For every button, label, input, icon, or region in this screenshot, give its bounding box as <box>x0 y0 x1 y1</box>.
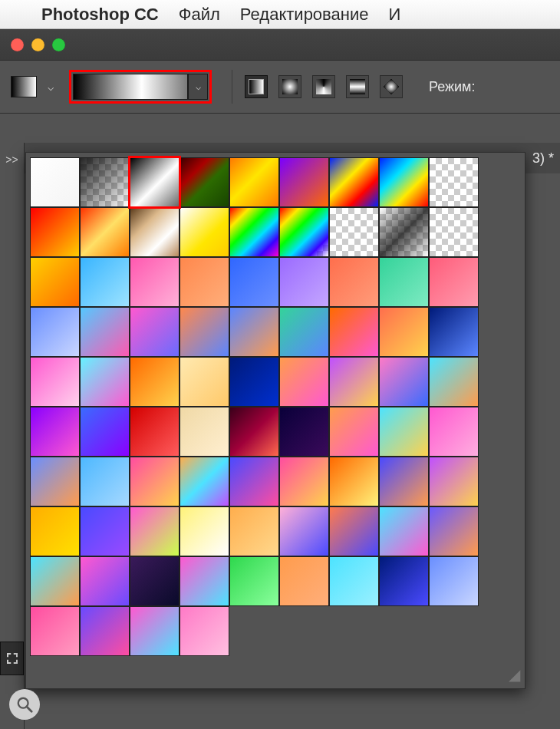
document-tab-title-tail[interactable]: 3) * <box>532 150 554 167</box>
gradient-preset-swatch[interactable] <box>279 407 329 457</box>
gradient-preset-swatch[interactable] <box>229 457 279 506</box>
menu-next-clipped[interactable]: И <box>388 5 400 25</box>
gradient-preset-swatch[interactable] <box>30 257 80 307</box>
gradient-preset-swatch[interactable] <box>180 407 229 457</box>
expand-panels-icon[interactable]: >> <box>0 153 24 166</box>
gradient-preset-swatch[interactable] <box>180 606 229 656</box>
gradient-preset-swatch[interactable] <box>130 506 180 556</box>
gradient-preset-swatch[interactable] <box>80 506 130 556</box>
gradient-preset-swatch[interactable] <box>429 357 479 407</box>
gradient-preset-swatch[interactable] <box>379 207 429 257</box>
gradient-preset-swatch[interactable] <box>329 207 379 257</box>
gradient-preset-swatch[interactable] <box>130 257 180 307</box>
gradient-preset-swatch[interactable] <box>80 357 130 407</box>
gradient-preset-swatch[interactable] <box>130 606 180 656</box>
gradient-preset-swatch[interactable] <box>80 257 130 307</box>
active-tool-slot[interactable] <box>0 642 24 675</box>
gradient-preset-swatch[interactable] <box>130 407 180 457</box>
gradient-preset-swatch[interactable] <box>379 457 429 506</box>
gradient-picker-dropdown-button[interactable]: ⌵ <box>188 74 208 100</box>
app-name[interactable]: Photoshop CC <box>41 5 159 25</box>
gradient-preset-swatch[interactable] <box>80 606 130 656</box>
gradient-preset-swatch[interactable] <box>279 457 329 506</box>
gradient-preset-swatch[interactable] <box>30 556 80 606</box>
gradient-preset-swatch[interactable] <box>329 157 379 207</box>
gradient-preset-swatch[interactable] <box>30 457 80 506</box>
gradient-preset-swatch[interactable] <box>80 556 130 606</box>
gradient-preset-swatch[interactable] <box>279 357 329 407</box>
gradient-preset-swatch[interactable] <box>30 207 80 257</box>
gradient-preset-swatch[interactable] <box>80 207 130 257</box>
gradient-preset-swatch[interactable] <box>130 357 180 407</box>
gradient-preset-swatch[interactable] <box>229 556 279 606</box>
gradient-preset-swatch[interactable] <box>329 357 379 407</box>
gradient-preset-swatch[interactable] <box>30 307 80 357</box>
gradient-preset-swatch[interactable] <box>379 407 429 457</box>
gradient-preset-swatch[interactable] <box>379 357 429 407</box>
gradient-preset-swatch[interactable] <box>279 157 329 207</box>
window-minimize-button[interactable] <box>31 38 44 51</box>
gradient-preset-swatch[interactable] <box>30 606 80 656</box>
gradient-preset-swatch[interactable] <box>429 457 479 506</box>
gradient-preset-swatch[interactable] <box>80 157 130 207</box>
gradient-preset-swatch[interactable] <box>180 506 229 556</box>
gradient-preset-swatch[interactable] <box>329 257 379 307</box>
gradient-preset-swatch[interactable] <box>130 207 180 257</box>
gradient-preset-swatch[interactable] <box>130 157 180 207</box>
gradient-preset-swatch[interactable] <box>30 357 80 407</box>
gradient-type-linear-button[interactable] <box>245 75 268 98</box>
gradient-preset-swatch[interactable] <box>279 307 329 357</box>
gradient-preset-swatch[interactable] <box>429 157 479 207</box>
gradient-preset-swatch[interactable] <box>329 407 379 457</box>
gradient-preset-swatch[interactable] <box>180 457 229 506</box>
gradient-preset-swatch[interactable] <box>279 207 329 257</box>
resize-grip-icon[interactable]: ◢ <box>509 665 520 684</box>
gradient-preset-swatch[interactable] <box>229 257 279 307</box>
gradient-preset-swatch[interactable] <box>329 556 379 606</box>
gradient-preset-swatch[interactable] <box>379 257 429 307</box>
gradient-preset-swatch[interactable] <box>379 506 429 556</box>
window-zoom-button[interactable] <box>52 38 65 51</box>
window-close-button[interactable] <box>11 38 24 51</box>
gradient-preset-swatch[interactable] <box>30 407 80 457</box>
menu-file[interactable]: Файл <box>179 5 220 25</box>
gradient-editor-preview[interactable] <box>73 74 188 100</box>
gradient-preset-swatch[interactable] <box>429 207 479 257</box>
gradient-preset-swatch[interactable] <box>229 307 279 357</box>
gradient-preset-swatch[interactable] <box>80 407 130 457</box>
gradient-type-angle-button[interactable] <box>312 75 335 98</box>
gradient-preset-swatch[interactable] <box>229 506 279 556</box>
gradient-preset-swatch[interactable] <box>130 457 180 506</box>
gradient-preset-swatch[interactable] <box>329 457 379 506</box>
gradient-preset-swatch[interactable] <box>429 556 479 606</box>
gradient-preset-swatch[interactable] <box>229 357 279 407</box>
menu-edit[interactable]: Редактирование <box>240 5 369 25</box>
gradient-preset-swatch[interactable] <box>229 407 279 457</box>
gradient-preset-swatch[interactable] <box>429 307 479 357</box>
gradient-preset-swatch[interactable] <box>130 556 180 606</box>
zoom-tool-button[interactable] <box>9 689 40 720</box>
gradient-preset-swatch[interactable] <box>180 257 229 307</box>
tool-preset-dropdown-icon[interactable]: ⌵ <box>43 74 58 99</box>
gradient-preset-swatch[interactable] <box>180 207 229 257</box>
gradient-preset-swatch[interactable] <box>429 407 479 457</box>
gradient-preset-swatch[interactable] <box>379 307 429 357</box>
gradient-preset-swatch[interactable] <box>30 506 80 556</box>
gradient-type-diamond-button[interactable] <box>380 75 403 98</box>
gradient-preset-swatch[interactable] <box>229 157 279 207</box>
gradient-preset-swatch[interactable] <box>429 257 479 307</box>
gradient-preset-swatch[interactable] <box>80 307 130 357</box>
tool-preset-swatch[interactable] <box>11 76 37 97</box>
gradient-preset-swatch[interactable] <box>130 307 180 357</box>
gradient-type-reflected-button[interactable] <box>346 75 369 98</box>
gradient-preset-swatch[interactable] <box>279 257 329 307</box>
gradient-preset-swatch[interactable] <box>329 506 379 556</box>
gradient-preset-swatch[interactable] <box>329 307 379 357</box>
left-panel-collapsed[interactable]: >> <box>0 143 25 729</box>
gradient-preset-swatch[interactable] <box>180 307 229 357</box>
gradient-preset-swatch[interactable] <box>180 357 229 407</box>
gradient-preset-swatch[interactable] <box>379 556 429 606</box>
gradient-preset-swatch[interactable] <box>229 207 279 257</box>
gradient-preset-swatch[interactable] <box>279 506 329 556</box>
gradient-preset-swatch[interactable] <box>180 556 229 606</box>
